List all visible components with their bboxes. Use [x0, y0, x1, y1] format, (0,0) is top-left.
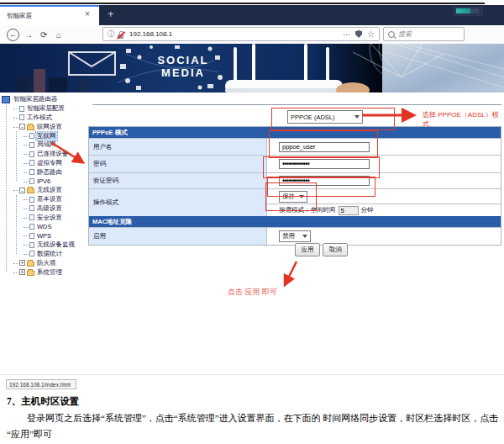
sidebar-item[interactable]: + 系统管理 — [2, 267, 88, 277]
pppoe-settings-table: PPPoE 模式 用户名 密码 验证密码 操作模式 保持 — [88, 126, 501, 246]
tab-bar: 智能家居 × + — [0, 5, 504, 25]
banner-social-text: SOCIAL — [157, 54, 208, 66]
tree-item-icon — [19, 106, 24, 112]
forward-icon[interactable]: → — [24, 30, 33, 40]
search-placeholder: 搜索 — [398, 29, 412, 39]
window-top-border — [0, 3, 485, 4]
sidebar-item[interactable]: 高级设置 — [2, 204, 88, 214]
document-paragraph: 登录网页之后选择“系统管理”，点击“系统管理”进入设置界面，在下面的 时间网络同… — [7, 410, 501, 442]
tree-expander-icon[interactable]: - — [19, 188, 25, 193]
confirm-password-row: 验证密码 — [89, 172, 501, 188]
tab-title: 智能家居 — [7, 12, 32, 20]
sidebar-item[interactable]: WPS — [2, 231, 88, 240]
reload-icon[interactable]: ⟳ — [40, 30, 47, 40]
tree-connector — [24, 172, 29, 173]
tree-item-icon — [29, 142, 34, 148]
sidebar-item[interactable]: 数据统计 — [2, 250, 88, 259]
operation-mode-row: 操作模式 保持 按需模式：空闲时间 分钟 — [89, 188, 501, 216]
arrow-apply-to-hint — [286, 262, 297, 283]
banner-media-text: MEDIA — [161, 66, 205, 79]
tree-item-icon — [29, 197, 34, 203]
sidebar-item-label: 局域网 — [36, 140, 57, 149]
sidebar-item[interactable]: 虚拟专网 — [2, 159, 88, 168]
sidebar-item-label: 工作模式 — [26, 114, 53, 122]
username-input[interactable] — [279, 142, 370, 152]
tree-connector — [13, 126, 18, 128]
chevron-down-icon — [354, 115, 360, 119]
annotation-select-mode-text: 选择 PPPOE（ADSL）模式 — [423, 110, 504, 129]
site-info-icon[interactable]: ⓘ — [108, 29, 114, 39]
sidebar-item-label: 无线设置 — [36, 186, 63, 194]
sidebar-item-label: 智能家居配置 — [26, 104, 66, 113]
annotation-click-apply-text: 点击 应用 即可 — [228, 287, 277, 298]
page-actions-icon[interactable]: ⋯ — [343, 30, 350, 39]
idle-time-input[interactable] — [339, 206, 359, 215]
sidebar-item-label: 无线设备监视 — [36, 240, 76, 249]
sidebar-item[interactable]: WDS — [2, 222, 88, 231]
tab-close-icon[interactable]: × — [85, 9, 90, 18]
confirm-password-label: 验证密码 — [89, 173, 267, 188]
password-input[interactable] — [279, 159, 370, 169]
address-bar[interactable]: ⓘ 192.168.108.1 ⋯ ☆ — [102, 27, 380, 41]
sidebar-item[interactable]: 互联网 — [2, 131, 88, 140]
browser-tab[interactable]: 智能家居 × — [0, 5, 99, 25]
tree-connector — [24, 235, 29, 236]
sidebar-item-label: 数据统计 — [36, 250, 63, 258]
bookmark-star-icon[interactable]: ☆ — [367, 29, 375, 39]
sidebar-item-label: WPS — [36, 232, 52, 240]
tree-item-icon — [29, 133, 34, 139]
sidebar-item[interactable]: - 无线设置 — [2, 186, 88, 195]
browser-window: 智能家居 × + ← → ⟳ ⌂ ⓘ 192.168.108.1 ⋯ ☆ 搜索 — [0, 0, 504, 444]
url-text[interactable]: 192.168.108.1 — [129, 30, 172, 38]
operation-mode-select[interactable]: 保持 — [279, 191, 307, 203]
tree-item-icon — [29, 214, 34, 220]
tree-item-icon — [19, 114, 24, 120]
home-icon[interactable]: ⌂ — [56, 30, 61, 40]
sidebar-item[interactable]: 无线设备监视 — [2, 240, 88, 250]
sidebar-item[interactable]: + 防火墙 — [2, 258, 88, 267]
navigation-tree: 智能家居路由器 智能家居配置 工作模式 — [2, 95, 88, 277]
ondemand-text: 按需模式：空闲时间 — [279, 206, 336, 214]
tree-item-icon — [27, 125, 34, 130]
sidebar-item-label: 静态路由 — [36, 168, 63, 177]
sidebar-item-label: 已连接设备 — [36, 150, 70, 158]
back-icon[interactable]: ← — [7, 29, 19, 41]
sidebar-item[interactable]: IPV6 — [2, 177, 88, 186]
sidebar-item[interactable]: 基本设置 — [2, 195, 88, 204]
tree-connector — [24, 144, 29, 145]
sidebar-item-label: 高级设置 — [36, 204, 63, 213]
tree-connector — [24, 198, 29, 200]
sidebar-item-label: 安全设置 — [36, 214, 63, 222]
mac-enable-select[interactable]: 禁用 — [279, 230, 311, 242]
minutes-label: 分钟 — [361, 206, 374, 214]
password-row: 密码 — [89, 155, 501, 172]
search-field[interactable]: 搜索 — [383, 27, 465, 41]
tree-item-icon — [29, 178, 34, 184]
wan-type-select[interactable]: PPPOE (ADSL) — [287, 110, 363, 124]
sidebar-item-label: 联网设置 — [36, 123, 63, 131]
sidebar-item[interactable]: 已连接设备 — [2, 150, 88, 159]
tree-item-icon — [29, 224, 34, 230]
new-tab-button[interactable]: + — [108, 8, 114, 20]
tree-connector — [24, 208, 29, 209]
tree-expander-icon[interactable]: - — [19, 124, 25, 130]
sidebar-item[interactable]: 工作模式 — [2, 114, 88, 123]
confirm-password-input[interactable] — [279, 176, 370, 186]
tree-items: 智能家居配置 工作模式 - 联网设置 — [2, 104, 88, 277]
apply-button[interactable]: 应用 — [295, 243, 320, 256]
sidebar-item[interactable]: 局域网 — [2, 140, 88, 150]
sidebar-item[interactable]: - 联网设置 — [2, 122, 88, 131]
pocket-shield-icon[interactable] — [355, 30, 362, 38]
tree-expander-icon[interactable]: + — [19, 269, 25, 275]
tree-expander-icon[interactable]: + — [19, 260, 25, 266]
recorder-progress-bar — [456, 8, 479, 13]
sidebar-item-root[interactable]: 智能家居路由器 — [2, 95, 88, 104]
tree-connector — [24, 181, 29, 182]
tree-item-icon — [27, 271, 34, 276]
sidebar-item[interactable]: 静态路由 — [2, 167, 88, 177]
router-page-banner: SOCIAL MEDIA — [0, 44, 504, 92]
sidebar-item[interactable]: 智能家居配置 — [2, 104, 88, 114]
sidebar-item[interactable]: 安全设置 — [2, 213, 88, 222]
cancel-button[interactable]: 取消 — [323, 243, 348, 256]
sidebar-item-label: 系统管理 — [36, 268, 63, 277]
